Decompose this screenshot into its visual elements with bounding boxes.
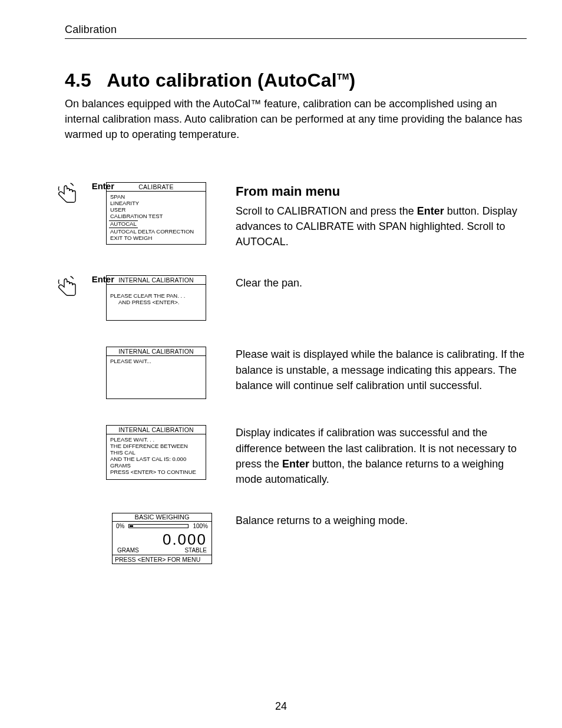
page-number: 24 [0, 700, 562, 713]
press-hand-icon [54, 295, 82, 305]
weighing-display: BASIC WEIGHING 0% 100% 0.000 GRAMS STABL… [112, 513, 212, 564]
screen-title: INTERNAL CALIBRATION [107, 426, 206, 434]
step-subheading: From main menu [236, 182, 527, 201]
enter-label: Enter [92, 181, 114, 191]
screen-title: BASIC WEIGHING [113, 513, 211, 522]
section-heading-close: ) [349, 70, 356, 91]
screen-title: INTERNAL CALIBRATION [107, 347, 206, 356]
screen-title: INTERNAL CALIBRATION [107, 276, 206, 285]
menu-item-highlighted: AUTOCAL [109, 220, 138, 228]
screen-line: PRESS <ENTER> TO CONTINUE [110, 469, 202, 476]
step-row: Enter CALIBRATE SPAN LINEARITY USER CALI… [65, 182, 527, 249]
screen-line: AND PRESS <ENTER>. [110, 299, 202, 306]
step-row: INTERNAL CALIBRATION PLEASE WAIT... Plea… [65, 347, 527, 399]
section-heading-text: Auto calibration (AutoCal [107, 70, 337, 91]
running-header: Calibration [65, 24, 527, 39]
menu-item: EXIT TO WEIGH [110, 235, 202, 242]
step-text: Clear the pan. [236, 275, 527, 291]
percent-high: 100% [193, 523, 208, 529]
weight-status: STABLE [184, 547, 207, 554]
display-screen: INTERNAL CALIBRATION PLEASE WAIT... [106, 347, 206, 399]
weight-unit: GRAMS [117, 547, 139, 554]
trademark-superscript: TM [337, 72, 349, 81]
enter-button-ref: Enter [282, 458, 309, 470]
screen-line: AND THE LAST CAL IS: 0.000 GRAMS [110, 456, 202, 469]
section-number: 4.5 [65, 70, 91, 91]
menu-item: CALIBRATION TEST [110, 213, 202, 220]
step-text: Scroll to CALIBRATION and press the Ente… [236, 203, 527, 249]
step-text: Please wait is displayed while the balan… [236, 347, 527, 393]
percent-low: 0% [116, 523, 124, 529]
step-text: Display indicates if calibration was suc… [236, 425, 527, 486]
screen-footer: PRESS <ENTER> FOR MENU [113, 555, 211, 564]
screen-line: THE DIFFERENCE BETWEEN THIS CAL [110, 443, 202, 456]
display-screen: CALIBRATE SPAN LINEARITY USER CALIBRATIO… [106, 182, 206, 244]
press-hand-icon [54, 202, 82, 212]
section-heading: 4.5 Auto calibration (AutoCalTM) [65, 70, 527, 91]
enter-label: Enter [92, 274, 114, 284]
enter-button-ref: Enter [417, 205, 444, 217]
step-row: Enter INTERNAL CALIBRATION PLEASE CLEAR … [65, 275, 527, 321]
weight-value: 0.000 [116, 529, 208, 547]
intro-paragraph: On balances equipped with the AutoCal™ f… [65, 96, 527, 142]
screen-title: CALIBRATE [107, 183, 206, 192]
step-row: BASIC WEIGHING 0% 100% 0.000 GRAMS STABL… [65, 513, 527, 564]
display-screen: INTERNAL CALIBRATION PLEASE WAIT. . . TH… [106, 425, 206, 480]
screen-line: PLEASE WAIT... [110, 358, 202, 365]
progress-bar [128, 524, 189, 528]
display-screen: INTERNAL CALIBRATION PLEASE CLEAR THE PA… [106, 275, 206, 321]
step-row: INTERNAL CALIBRATION PLEASE WAIT. . . TH… [65, 425, 527, 486]
step-text: Balance returns to a weighing mode. [236, 513, 527, 528]
